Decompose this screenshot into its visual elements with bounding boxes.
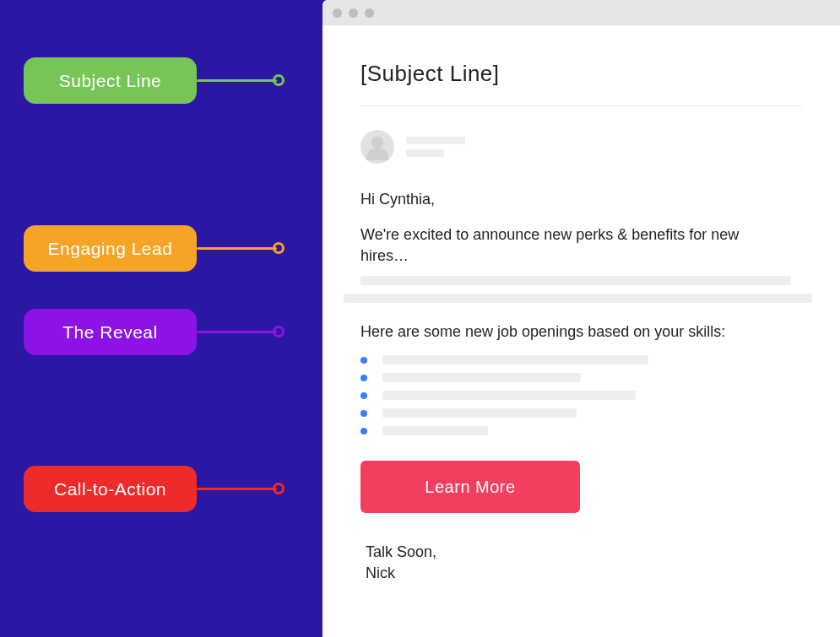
email-reveal-line: Here are some new job openings based on … xyxy=(360,321,802,342)
connector-line xyxy=(197,331,277,333)
email-body: [Subject Line] Hi Cynthia, We're excited… xyxy=(322,25,840,585)
sender-name: Nick xyxy=(366,563,802,584)
annotation-label: The Reveal xyxy=(62,322,157,343)
divider xyxy=(360,105,802,106)
connector-line xyxy=(197,79,277,82)
list-item xyxy=(360,426,802,435)
placeholder-line xyxy=(344,294,812,303)
placeholder-line xyxy=(382,426,488,435)
connector-line xyxy=(197,247,277,250)
email-subject: [Subject Line] xyxy=(360,59,802,89)
annotation-label: Call-to-Action xyxy=(54,479,166,499)
annotation-engaging-lead: Engaging Lead xyxy=(24,225,197,272)
list-item xyxy=(360,408,802,418)
learn-more-button[interactable]: Learn More xyxy=(360,461,580,513)
window-titlebar xyxy=(322,0,840,25)
list-item xyxy=(360,355,802,364)
email-lead-paragraph: We're excited to announce new perks & be… xyxy=(360,224,757,266)
window-control-dot xyxy=(349,8,358,18)
annotation-subject-line: Subject Line xyxy=(24,57,197,104)
list-item xyxy=(360,391,802,400)
annotation-label: Engaging Lead xyxy=(48,239,173,259)
bullet-icon xyxy=(360,410,367,417)
email-signoff: Talk Soon, Nick xyxy=(366,542,802,584)
bullet-icon xyxy=(360,375,367,381)
connector-line xyxy=(197,488,277,490)
connector-dot xyxy=(273,242,285,254)
window-control-dot xyxy=(365,8,374,18)
sender-placeholder-lines xyxy=(406,137,465,157)
job-openings-list xyxy=(360,355,802,435)
annotation-call-to-action: Call-to-Action xyxy=(24,466,197,512)
bullet-icon xyxy=(360,392,367,399)
bullet-icon xyxy=(360,357,367,364)
signoff-text: Talk Soon, xyxy=(366,542,802,563)
connector-dot xyxy=(273,483,285,494)
list-item xyxy=(360,373,802,382)
placeholder-line xyxy=(382,408,577,418)
placeholder-line xyxy=(360,276,791,285)
connector-dot xyxy=(273,74,285,86)
placeholder-line xyxy=(382,355,648,364)
placeholder-line xyxy=(406,137,465,144)
placeholder-line xyxy=(406,149,444,157)
email-window: [Subject Line] Hi Cynthia, We're excited… xyxy=(322,0,840,637)
email-greeting: Hi Cynthia, xyxy=(360,189,802,209)
placeholder-line xyxy=(382,391,636,400)
placeholder-line xyxy=(382,373,581,382)
cta-button-label: Learn More xyxy=(425,478,515,497)
avatar-icon xyxy=(360,130,394,164)
sender-block xyxy=(360,130,802,164)
annotation-the-reveal: The Reveal xyxy=(24,309,197,355)
annotation-label: Subject Line xyxy=(59,71,162,91)
bullet-icon xyxy=(360,428,367,435)
connector-dot xyxy=(273,326,285,337)
window-control-dot xyxy=(333,8,342,18)
